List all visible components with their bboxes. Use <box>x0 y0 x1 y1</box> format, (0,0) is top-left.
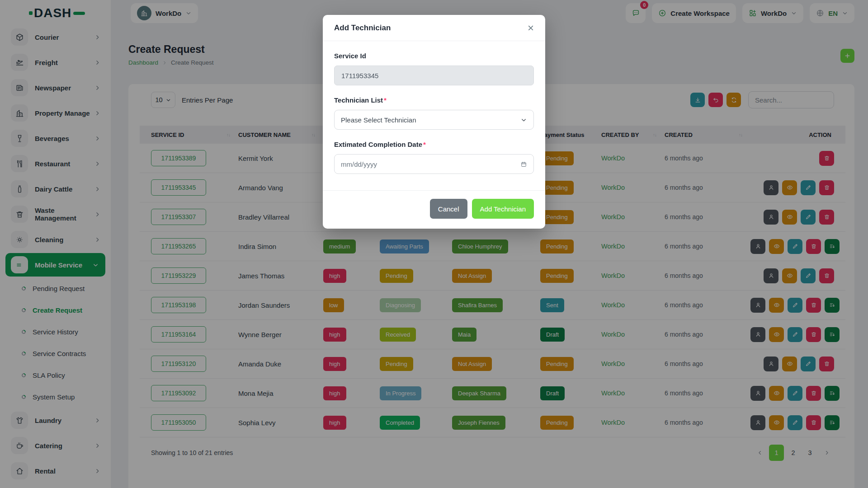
cancel-button[interactable]: Cancel <box>430 199 467 219</box>
service-id-field: 1711953345 <box>334 66 534 85</box>
modal-title: Add Technician <box>334 23 391 33</box>
chevron-down-icon <box>520 117 527 123</box>
modal-body: Service Id 1711953345 Technician List* P… <box>323 41 545 182</box>
completion-date-label: Extimated Completion Date* <box>334 141 534 150</box>
technician-select-value: Please Select Technician <box>341 116 416 124</box>
required-asterisk: * <box>384 96 387 104</box>
completion-date-input[interactable]: mm/dd/yyyy <box>334 154 534 174</box>
required-asterisk: * <box>423 141 426 148</box>
add-technician-submit-button[interactable]: Add Technician <box>472 199 534 219</box>
calendar-icon <box>520 161 527 168</box>
calendar-icon <box>520 161 527 168</box>
technician-select[interactable]: Please Select Technician <box>334 110 534 130</box>
service-id-label: Service Id <box>334 52 534 61</box>
modal-header: Add Technician × <box>323 15 545 41</box>
close-icon[interactable]: × <box>528 23 534 33</box>
technician-list-label: Technician List* <box>334 96 534 105</box>
chevron-down-icon <box>520 117 527 123</box>
modal-footer: Cancel Add Technician <box>323 190 545 229</box>
date-placeholder: mm/dd/yyyy <box>341 160 377 168</box>
add-technician-modal: Add Technician × Service Id 1711953345 T… <box>323 15 545 229</box>
